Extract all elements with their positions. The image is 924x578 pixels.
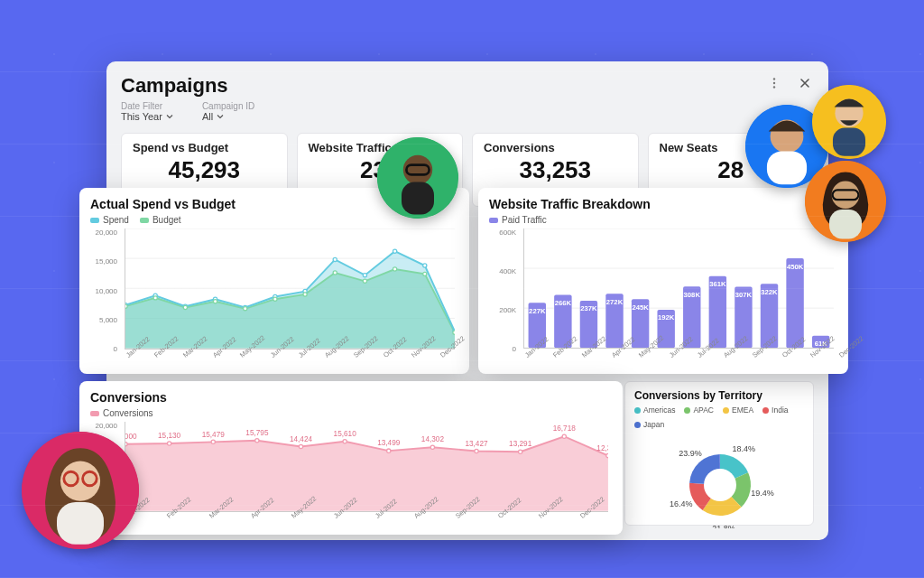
spend-legend: Spend Budget [90,215,458,225]
svg-point-36 [423,272,427,275]
svg-text:272K: 272K [606,298,624,306]
svg-point-88 [606,453,608,457]
svg-text:14,424: 14,424 [290,435,313,443]
svg-point-37 [453,331,455,334]
svg-rect-108 [57,502,104,545]
territory-title: Conversions by Territory [634,389,804,402]
traffic-chart: 600K400K200K0 227K266K237K272K245K192K30… [489,228,837,369]
territory-legend: Americas APAC EMEA India Japan [634,406,804,429]
avatar [805,161,886,242]
svg-rect-96 [767,152,807,185]
svg-point-66 [125,443,127,446]
svg-point-26 [125,304,127,308]
svg-text:307K: 307K [735,291,753,299]
svg-text:13,427: 13,427 [465,440,488,448]
svg-text:15,479: 15,479 [202,431,226,439]
svg-point-34 [363,279,366,283]
svg-point-24 [423,264,427,267]
svg-text:227K: 227K [529,307,546,315]
svg-point-101 [832,182,860,210]
spend-yaxis: 20,00015,00010,0005,0000 [90,228,121,353]
filter-date[interactable]: Date Filter This Year [121,101,173,122]
svg-point-32 [303,293,307,296]
card-traffic[interactable]: Website Traffic Breakdown Paid Traffic 6… [478,188,848,374]
svg-text:15,610: 15,610 [334,430,357,438]
spend-chart: 20,00015,00010,0005,0000 Jan-2022Feb-202… [90,228,458,369]
avatar [377,137,458,219]
svg-point-1 [773,82,775,84]
svg-point-27 [153,296,157,300]
traffic-title: Website Traffic Breakdown [489,197,837,211]
svg-rect-103 [829,210,862,238]
conv-plot: 15,00015,13015,47915,79514,42415,61013,4… [125,422,608,512]
svg-text:237K: 237K [580,304,597,312]
svg-text:14,302: 14,302 [421,435,445,443]
svg-point-35 [393,267,396,271]
kpi-spend-title: Spend vs Budget [133,141,276,154]
svg-text:23.9%: 23.9% [679,449,702,458]
conv-xaxis: Jan-2022Feb-2022Mar-2022Apr-2022May-2022… [125,514,608,532]
svg-rect-92 [402,182,434,215]
filter-campaign-text: All [202,111,213,122]
close-icon[interactable] [796,74,814,92]
svg-text:192K: 192K [658,313,675,322]
kebab-icon[interactable] [765,74,783,92]
page-title: Campaigns [121,74,228,98]
kpi-spend-value: 45,293 [133,156,276,184]
svg-text:361K: 361K [709,280,726,288]
kpi-conv-title: Conversions [484,141,627,154]
svg-text:15,795: 15,795 [245,429,269,437]
traffic-yaxis: 600K400K200K0 [489,228,520,353]
kpi-conv-value: 33,253 [484,156,627,184]
svg-text:13,291: 13,291 [509,440,532,448]
svg-text:15,000: 15,000 [125,433,137,441]
traffic-plot: 227K266K237K272K245K192K308K361K307K322K… [523,228,834,349]
svg-point-86 [562,434,566,438]
conv-title: Conversions [90,390,612,405]
filter-campaign-value[interactable]: All [202,111,254,122]
svg-point-82 [475,449,478,452]
svg-point-33 [333,271,337,275]
svg-text:16.4%: 16.4% [670,499,693,508]
svg-point-72 [255,439,259,443]
panel-header: Campaigns [121,74,814,98]
svg-point-31 [273,297,277,301]
svg-text:13,499: 13,499 [377,439,401,447]
svg-text:21.8%: 21.8% [712,524,735,528]
card-conversions[interactable]: Conversions Conversions 20,0000 15,00015… [79,381,623,535]
card-territory[interactable]: Conversions by Territory Americas APAC E… [624,381,814,526]
svg-point-30 [244,307,247,311]
svg-point-28 [183,305,187,309]
svg-point-23 [393,249,396,253]
conv-chart: 20,0000 15,00015,13015,47915,79514,42415… [90,422,612,530]
spend-plot [125,228,455,350]
svg-point-21 [333,257,337,261]
filter-campaign-label: Campaign ID [202,101,254,111]
header-actions [765,74,814,92]
filter-date-text: This Year [121,111,162,122]
territory-donut: 18.4%19.4%21.8%16.4%23.9% [634,429,806,528]
svg-text:19.4%: 19.4% [751,489,774,498]
svg-text:266K: 266K [555,299,572,307]
svg-point-74 [299,444,302,448]
svg-point-68 [167,442,171,445]
svg-point-22 [363,274,366,277]
svg-text:18.4%: 18.4% [732,444,755,453]
svg-point-29 [213,300,217,303]
filters: Date Filter This Year Campaign ID All [121,101,814,122]
svg-point-80 [430,445,434,449]
filter-date-value[interactable]: This Year [121,111,173,122]
svg-text:15,130: 15,130 [158,432,181,440]
svg-point-84 [519,450,522,453]
filter-campaign[interactable]: Campaign ID All [202,101,254,122]
svg-text:322K: 322K [761,288,778,296]
svg-point-105 [60,461,100,501]
svg-point-76 [343,440,346,443]
svg-text:308K: 308K [684,291,701,299]
chevron-down-icon [166,113,173,120]
avatar [812,85,886,159]
svg-point-70 [211,440,215,443]
svg-point-2 [773,86,775,88]
avatar [22,432,139,549]
svg-text:12,389: 12,389 [596,444,608,452]
